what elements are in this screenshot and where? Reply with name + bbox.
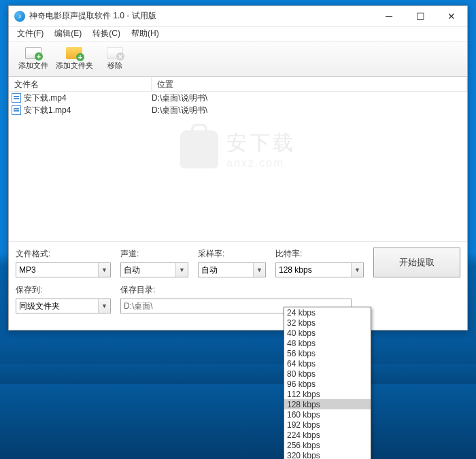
sample-label: 采样率: (198, 248, 266, 260)
chevron-down-icon: ▼ (98, 263, 110, 277)
add-file-button[interactable]: 添加文件 (13, 44, 54, 73)
saveto-combo[interactable]: 同级文件夹 ▼ (16, 299, 111, 313)
format-label: 文件格式: (16, 248, 111, 260)
menubar: 文件(F) 编辑(E) 转换(C) 帮助(H) (9, 27, 467, 41)
header-location[interactable]: 位置 (152, 77, 467, 91)
bitrate-option[interactable]: 128 kbps (284, 399, 371, 409)
app-window: 神奇电影原声提取软件 1.0 - 试用版 ─ ☐ ✕ 文件(F) 编辑(E) 转… (8, 5, 468, 330)
bitrate-option[interactable]: 256 kbps (284, 440, 371, 450)
file-location: D:\桌面\说明书\ (152, 92, 467, 104)
bitrate-option[interactable]: 32 kbps (284, 318, 371, 328)
add-file-icon (25, 47, 41, 59)
bitrate-option[interactable]: 80 kbps (284, 369, 371, 379)
channel-combo[interactable]: 自动 ▼ (120, 262, 188, 277)
file-name: 安下载1.mp4 (24, 105, 71, 116)
add-folder-button[interactable]: 添加文件夹 (54, 44, 95, 73)
remove-button[interactable]: 移除 (95, 44, 135, 73)
bitrate-option[interactable]: 224 kbps (284, 430, 371, 440)
close-button[interactable]: ✕ (436, 6, 467, 26)
bitrate-option[interactable]: 48 kbps (284, 338, 371, 348)
sample-combo[interactable]: 自动 ▼ (198, 262, 266, 277)
app-icon (14, 11, 25, 22)
start-extract-button[interactable]: 开始提取 (373, 248, 460, 277)
menu-convert[interactable]: 转换(C) (87, 27, 126, 41)
file-list-header: 文件名 位置 (9, 77, 467, 92)
menu-file[interactable]: 文件(F) (12, 27, 49, 41)
add-file-label: 添加文件 (18, 61, 48, 71)
file-name: 安下载.mp4 (24, 92, 67, 104)
remove-icon (107, 47, 123, 59)
file-row[interactable]: 安下载1.mp4 D:\桌面\说明书\ (9, 104, 467, 116)
bitrate-option[interactable]: 64 kbps (284, 358, 371, 369)
bitrate-option[interactable]: 40 kbps (284, 328, 371, 338)
menu-edit[interactable]: 编辑(E) (49, 27, 87, 41)
chevron-down-icon: ▼ (98, 299, 110, 313)
bitrate-dropdown[interactable]: 24 kbps32 kbps40 kbps48 kbps56 kbps64 kb… (284, 307, 371, 459)
chevron-down-icon: ▼ (175, 263, 188, 277)
add-folder-label: 添加文件夹 (56, 61, 93, 71)
window-title: 神奇电影原声提取软件 1.0 - 试用版 (29, 10, 373, 22)
bitrate-option[interactable]: 56 kbps (284, 348, 371, 358)
bitrate-option[interactable]: 192 kbps (284, 420, 371, 430)
bitrate-option[interactable]: 160 kbps (284, 409, 371, 420)
bitrate-option[interactable]: 320 kbps (284, 450, 371, 459)
file-list[interactable]: 文件名 位置 安下载.mp4 D:\桌面\说明书\ 安下载1.mp4 D:\桌面… (9, 77, 467, 241)
watermark: 安下载 anxz.com (180, 129, 296, 169)
remove-label: 移除 (107, 61, 122, 71)
menu-help[interactable]: 帮助(H) (126, 27, 165, 41)
file-icon (12, 105, 21, 115)
chevron-down-icon: ▼ (253, 263, 265, 277)
bitrate-option[interactable]: 24 kbps (284, 307, 371, 318)
bitrate-label: 比特率: (275, 248, 364, 260)
saveto-label: 保存到: (16, 284, 111, 296)
maximize-button[interactable]: ☐ (405, 6, 436, 26)
channel-label: 声道: (120, 248, 188, 260)
bitrate-option[interactable]: 96 kbps (284, 379, 371, 389)
settings-panel: 文件格式: MP3 ▼ 声道: 自动 ▼ 采样率: 自动 ▼ (9, 241, 467, 330)
savedir-label: 保存目录: (120, 284, 352, 296)
file-location: D:\桌面\说明书\ (152, 105, 467, 116)
bitrate-combo[interactable]: 128 kbps ▼ (275, 262, 364, 277)
toolbar: 添加文件 添加文件夹 移除 (9, 41, 467, 77)
add-folder-icon (66, 47, 82, 59)
file-row[interactable]: 安下载.mp4 D:\桌面\说明书\ (9, 92, 467, 104)
bitrate-option[interactable]: 112 kbps (284, 389, 371, 399)
minimize-button[interactable]: ─ (373, 6, 405, 26)
chevron-down-icon: ▼ (351, 263, 363, 277)
file-icon (12, 93, 21, 103)
titlebar[interactable]: 神奇电影原声提取软件 1.0 - 试用版 ─ ☐ ✕ (9, 6, 467, 27)
header-filename[interactable]: 文件名 (9, 77, 152, 91)
lock-icon (180, 130, 218, 168)
format-combo[interactable]: MP3 ▼ (16, 262, 111, 277)
